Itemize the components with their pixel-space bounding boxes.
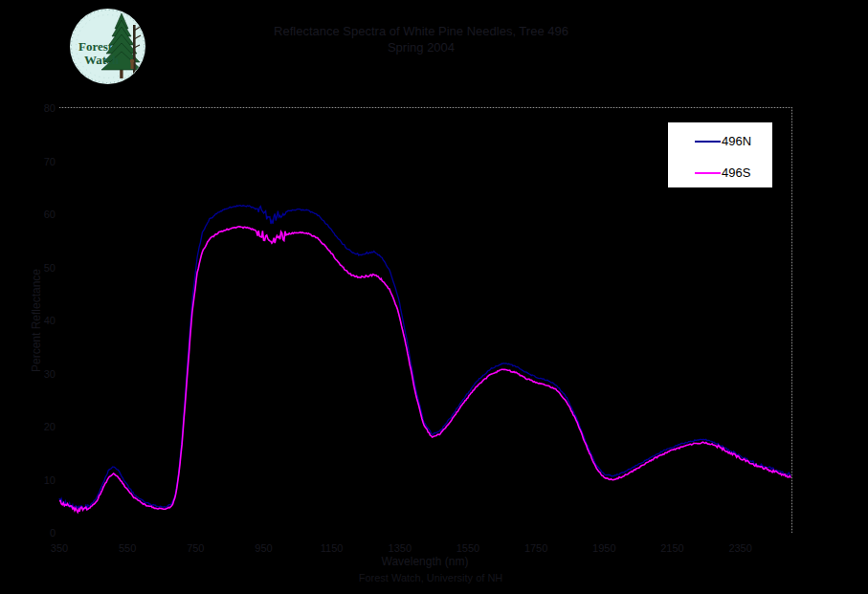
y-tick-label: 20	[44, 421, 56, 432]
y-tick-label: 10	[44, 474, 56, 486]
chart-title: Reflectance Spectra of White Pine Needle…	[134, 24, 708, 38]
chart-subtitle: Spring 2004	[134, 40, 708, 55]
x-tick-label: 1950	[592, 542, 615, 554]
chart-footnote: Forest Watch, University of NH	[144, 572, 718, 583]
climber-icon	[130, 59, 134, 63]
x-tick-label: 1150	[321, 542, 344, 554]
x-tick-label: 2350	[728, 542, 751, 554]
legend-label-496S: 496S	[722, 165, 750, 180]
legend-line-496S	[695, 172, 721, 174]
plot-border-right	[791, 107, 792, 533]
y-tick-label: 0	[50, 527, 56, 539]
x-tick-label: 350	[51, 542, 68, 554]
x-tick-label: 1750	[524, 542, 547, 554]
y-tick-label: 60	[44, 209, 56, 220]
legend-line-496N	[695, 141, 721, 143]
chart-page: Forest Watch Reflectance Spectra of Whit…	[0, 0, 868, 594]
y-tick-label: 30	[44, 368, 56, 380]
logo-text-watch: Watch	[84, 53, 120, 67]
legend-label-496N: 496N	[722, 134, 751, 148]
plot-border-top	[59, 107, 792, 108]
series-496N-line	[59, 206, 790, 510]
y-tick-label: 40	[44, 315, 56, 326]
x-tick-label: 1350	[389, 542, 412, 554]
x-tick-label: 1550	[456, 542, 479, 554]
x-axis-title: Wavelength (nm)	[138, 555, 712, 568]
legend-box: 496N 496S	[667, 121, 773, 188]
x-tick-label: 2150	[660, 542, 683, 554]
x-tick-label: 750	[187, 542, 204, 554]
plot-area	[0, 0, 868, 594]
x-tick-label: 950	[255, 542, 272, 554]
series-496S-line	[59, 227, 790, 513]
y-tick-label: 70	[44, 156, 56, 167]
x-tick-label: 550	[119, 542, 136, 554]
y-tick-label: 80	[44, 102, 56, 114]
y-tick-label: 50	[44, 262, 56, 274]
logo-text-forest: Forest	[78, 39, 113, 54]
y-axis-title: Percent Reflectance	[30, 258, 43, 383]
